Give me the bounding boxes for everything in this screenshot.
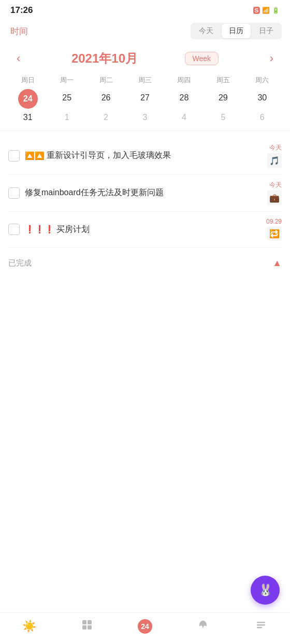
task-priority-3: ❗❗❗	[25, 225, 54, 234]
leaf-icon	[197, 619, 209, 634]
task-thumb-1: 🎵	[267, 153, 282, 168]
header: 时间 今天 日历 日子	[0, 19, 290, 43]
task-thumb-2: 💼	[267, 191, 282, 205]
task-text-2: 修复mainboard任务无法及时更新问题	[25, 187, 164, 198]
nav-item-list[interactable]	[232, 619, 290, 634]
task-date-3: 09.29	[266, 218, 282, 225]
status-bar: 17:26 S 📶 🔋	[0, 0, 290, 19]
calendar-day-1[interactable]: 1	[47, 109, 86, 126]
tab-day[interactable]: 日子	[252, 24, 281, 38]
task-thumb-3: 🔁	[267, 226, 282, 241]
weekday-3: 周三	[125, 74, 164, 87]
weekday-4: 周四	[165, 74, 204, 87]
task-content-2: 修复mainboard任务无法及时更新问题	[25, 187, 262, 198]
calendar-day-25[interactable]: 25	[47, 89, 86, 109]
calendar-day-6[interactable]: 6	[243, 109, 282, 126]
task-checkbox-2[interactable]	[8, 187, 20, 199]
completed-toggle-button[interactable]: ▲	[272, 258, 282, 269]
task-checkbox-3[interactable]	[8, 224, 20, 235]
header-tabs: 今天 日历 日子	[191, 23, 282, 39]
svg-rect-5	[257, 624, 265, 626]
calendar-week-badge[interactable]: Week	[185, 52, 219, 65]
calendar-day-5[interactable]: 5	[204, 109, 242, 126]
calendar-nav: ‹ 2021年10月 Week ›	[8, 43, 282, 71]
task-meta-1: 今天 🎵	[267, 143, 282, 168]
bottom-nav: ☀️ 24	[0, 612, 290, 644]
status-time: 17:26	[10, 5, 33, 16]
task-item-2[interactable]: 修复mainboard任务无法及时更新问题 今天 💼	[8, 174, 282, 212]
calendar-month-label: 2021年10月	[71, 50, 138, 67]
calendar-day-31[interactable]: 31	[8, 109, 47, 126]
weekday-2: 周二	[86, 74, 125, 87]
completed-label: 已完成	[8, 258, 32, 268]
fab-icon: 🐰	[258, 583, 272, 597]
nav-item-calendar[interactable]: 24	[116, 619, 174, 634]
task-meta-3: 09.29 🔁	[266, 218, 282, 241]
nav-item-sun[interactable]: ☀️	[0, 620, 58, 633]
weekday-0: 周日	[8, 74, 47, 87]
task-checkbox-1[interactable]	[8, 150, 20, 162]
task-item-1[interactable]: 🔼🔼 重新设计引导页，加入毛玻璃效果 今天 🎵	[8, 137, 282, 174]
svg-rect-2	[82, 625, 86, 630]
svg-rect-1	[88, 620, 92, 624]
task-text-1: 重新设计引导页，加入毛玻璃效果	[47, 150, 171, 161]
svg-rect-0	[82, 620, 86, 624]
calendar-divider	[0, 130, 290, 131]
svg-rect-3	[88, 625, 92, 630]
calendar-day-29[interactable]: 29	[204, 89, 242, 109]
nav-item-grid[interactable]	[58, 619, 116, 634]
grid-icon	[81, 619, 93, 634]
task-content-3: ❗❗❗ 买房计划	[25, 224, 261, 235]
fab-button[interactable]: 🐰	[251, 576, 280, 605]
svg-rect-4	[257, 622, 265, 623]
calendar-container: ‹ 2021年10月 Week › 周日 周一 周二 周三 周四 周五 周六 2…	[0, 43, 290, 126]
calendar-days-row1: 24 25 26 27 28 29 30	[8, 89, 282, 109]
tab-today[interactable]: 今天	[192, 24, 221, 38]
list-icon	[255, 619, 267, 634]
weekday-5: 周五	[204, 74, 242, 87]
calendar-prev-arrow[interactable]: ‹	[12, 50, 24, 67]
calendar-day-4[interactable]: 4	[165, 109, 204, 126]
svg-rect-6	[257, 627, 262, 628]
header-title: 时间	[10, 25, 28, 37]
calendar-day-27[interactable]: 27	[125, 89, 164, 109]
task-content-1: 🔼🔼 重新设计引导页，加入毛玻璃效果	[25, 150, 262, 161]
calendar-nav-badge: 24	[138, 619, 152, 634]
tab-calendar[interactable]: 日历	[222, 24, 251, 38]
task-item-3[interactable]: ❗❗❗ 买房计划 09.29 🔁	[8, 212, 282, 247]
calendar-day-30[interactable]: 30	[243, 89, 282, 109]
sun-icon: ☀️	[22, 620, 36, 633]
calendar-days-row2: 31 1 2 3 4 5 6	[8, 109, 282, 126]
task-date-2: 今天	[269, 181, 282, 189]
calendar-next-arrow[interactable]: ›	[266, 50, 278, 67]
task-priority-1: 🔼🔼	[25, 151, 45, 160]
task-meta-2: 今天 💼	[267, 181, 282, 205]
status-right-icons: S 📶 🔋	[253, 7, 280, 14]
weekday-6: 周六	[243, 74, 282, 87]
calendar-day-24[interactable]: 24	[18, 89, 38, 109]
calendar-day-26[interactable]: 26	[86, 89, 125, 109]
calendar-day-3[interactable]: 3	[125, 109, 164, 126]
nav-item-leaf[interactable]	[174, 619, 232, 634]
status-signal: 🔋	[272, 7, 280, 14]
status-network: 📶	[262, 7, 270, 14]
weekday-1: 周一	[47, 74, 86, 87]
app-badge-s: S	[253, 7, 260, 14]
completed-section-header: 已完成 ▲	[0, 250, 290, 273]
task-list: 🔼🔼 重新设计引导页，加入毛玻璃效果 今天 🎵 修复mainboard任务无法及…	[0, 135, 290, 250]
calendar-weekdays: 周日 周一 周二 周三 周四 周五 周六	[8, 71, 282, 89]
calendar-day-2[interactable]: 2	[86, 109, 125, 126]
calendar-day-28[interactable]: 28	[165, 89, 204, 109]
task-text-3: 买房计划	[56, 224, 90, 235]
task-date-1: 今天	[269, 143, 282, 152]
